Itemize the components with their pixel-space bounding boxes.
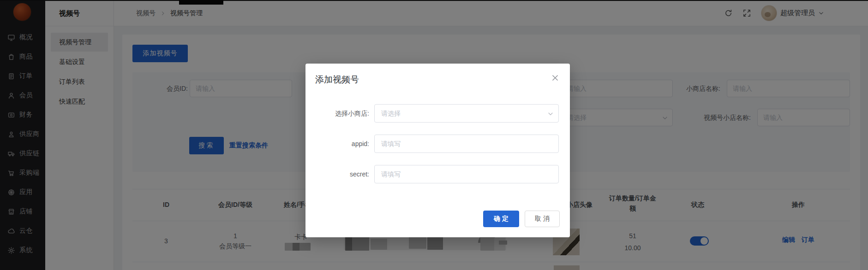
- cancel-button[interactable]: 取 消: [525, 211, 560, 227]
- confirm-button[interactable]: 确 定: [483, 211, 519, 227]
- appid-input[interactable]: [375, 135, 558, 153]
- select-placeholder: 请选择: [381, 105, 401, 122]
- chevron-down-icon: [547, 111, 554, 117]
- modal-title: 添加视频号: [315, 74, 359, 86]
- video-account-admin-page: 概况 商品 订单 会员 财务 供应商: [0, 0, 868, 270]
- select-shop-label: 选择小商店:: [314, 104, 369, 123]
- close-icon[interactable]: [551, 74, 560, 83]
- appid-label: appid:: [314, 135, 369, 153]
- secret-label: secret:: [314, 165, 369, 183]
- shop-select[interactable]: 请选择: [374, 104, 559, 123]
- add-video-account-modal: 添加视频号 选择小商店: 请选择 appid: secret: 确 定 取 消: [305, 64, 570, 237]
- secret-field-wrap: [374, 165, 559, 183]
- secret-input[interactable]: [375, 165, 558, 183]
- appid-field-wrap: [374, 135, 559, 153]
